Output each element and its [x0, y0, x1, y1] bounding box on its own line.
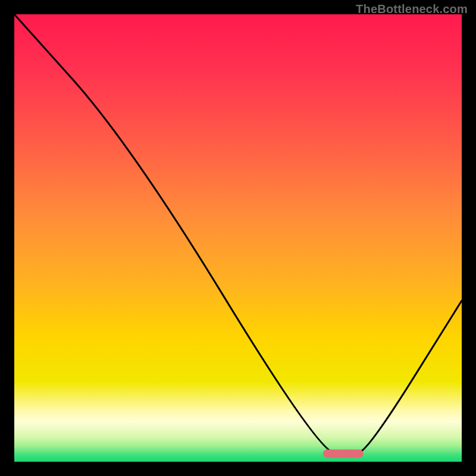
chart-container: TheBottleneck.com	[0, 0, 476, 476]
optimal-range-marker	[323, 449, 364, 458]
bottleneck-chart	[0, 0, 476, 476]
plot-background	[14, 14, 462, 462]
watermark-label: TheBottleneck.com	[356, 2, 468, 16]
